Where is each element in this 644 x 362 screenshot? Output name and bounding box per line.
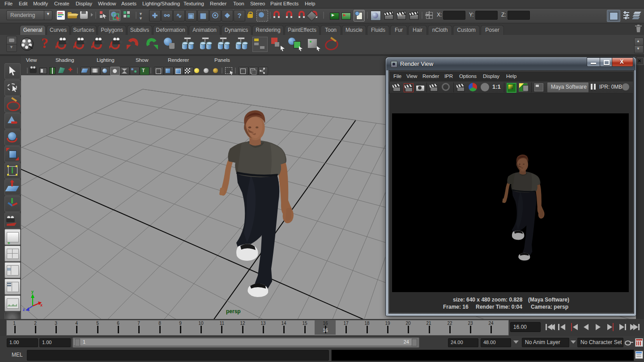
svg-text:z: z <box>23 307 25 312</box>
svg-text:y: y <box>31 289 34 294</box>
svg-text:x: x <box>40 303 43 307</box>
svg-text:persp: persp <box>226 308 241 315</box>
